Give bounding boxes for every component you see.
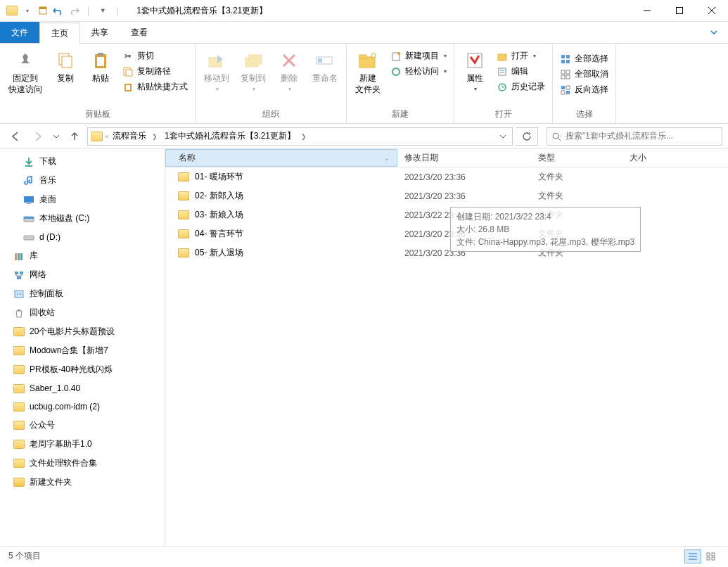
paste-shortcut-button[interactable]: 粘贴快捷方式 bbox=[120, 80, 191, 94]
select-none-button[interactable]: 全部取消 bbox=[557, 68, 611, 81]
ribbon-group-new: 新建 文件夹 新建项目▾ 轻松访问▾ 新建 bbox=[347, 44, 454, 123]
ribbon-expand-button[interactable] bbox=[700, 22, 728, 43]
tab-file[interactable]: 文件 bbox=[0, 22, 39, 43]
view-large-icons-button[interactable] bbox=[703, 549, 720, 563]
file-row[interactable]: 03- 新娘入场2021/3/22 23:41文件夹 bbox=[165, 205, 728, 224]
delete-icon bbox=[278, 49, 300, 72]
tree-item[interactable]: 桌面 bbox=[0, 190, 165, 209]
svg-rect-10 bbox=[98, 53, 103, 56]
svg-rect-38 bbox=[561, 70, 565, 74]
tree-item[interactable]: 新建文件夹 bbox=[0, 473, 165, 492]
tree-item[interactable]: 本地磁盘 (C:) bbox=[0, 209, 165, 228]
paste-button[interactable]: 粘贴 bbox=[84, 46, 117, 87]
new-folder-button[interactable]: 新建 文件夹 bbox=[351, 46, 385, 98]
nav-back-button[interactable] bbox=[6, 127, 25, 146]
file-type: 文件夹 bbox=[531, 209, 622, 221]
invert-selection-button[interactable]: 反向选择 bbox=[557, 83, 611, 96]
tree-item[interactable]: Saber_1.0.40 bbox=[0, 379, 165, 397]
svg-rect-67 bbox=[707, 553, 710, 556]
history-button[interactable]: 历史记录 bbox=[494, 80, 548, 94]
down-icon[interactable]: ▼ bbox=[96, 4, 109, 17]
file-type: 文件夹 bbox=[531, 171, 622, 183]
group-label-clipboard: 剪贴板 bbox=[4, 106, 191, 123]
svg-point-26 bbox=[397, 52, 400, 55]
tree-item[interactable]: 网络 bbox=[0, 265, 165, 284]
breadcrumb[interactable]: « 流程音乐❯ 1套中式婚礼流程音乐【3.21更新】❯ bbox=[87, 127, 513, 146]
breadcrumb-overflow[interactable]: « bbox=[105, 133, 108, 140]
tree-item-icon bbox=[13, 401, 25, 412]
easy-access-button[interactable]: 轻松访问▾ bbox=[388, 65, 449, 78]
nav-history-button[interactable] bbox=[51, 127, 62, 146]
tree-item-icon bbox=[13, 288, 25, 300]
properties-icon bbox=[464, 49, 486, 72]
qat-dropdown-icon[interactable]: ▾ bbox=[21, 4, 34, 17]
tree-item[interactable]: 公众号 bbox=[0, 416, 165, 435]
new-item-button[interactable]: 新建项目▾ bbox=[388, 49, 449, 63]
refresh-button[interactable] bbox=[516, 127, 538, 146]
copy-button[interactable]: 复制 bbox=[49, 46, 82, 87]
breadcrumb-seg-2[interactable]: 1套中式婚礼流程音乐【3.21更新】❯ bbox=[162, 130, 309, 142]
qat-properties-icon[interactable] bbox=[37, 4, 49, 17]
tab-view[interactable]: 查看 bbox=[120, 22, 159, 43]
nav-tree[interactable]: 下载音乐桌面本地磁盘 (C:)d (D:)库网络控制面板回收站20个电影片头标题… bbox=[0, 149, 165, 546]
svg-rect-68 bbox=[712, 553, 715, 556]
col-date[interactable]: 修改日期 bbox=[397, 149, 531, 167]
scissors-icon: ✂ bbox=[122, 51, 134, 62]
file-row[interactable]: 05- 新人退场2021/3/20 23:36文件夹 bbox=[165, 243, 728, 262]
col-size[interactable]: 大小 bbox=[622, 149, 679, 167]
tree-item[interactable]: 音乐 bbox=[0, 171, 165, 190]
ribbon-group-select: 全部选择 全部取消 反向选择 选择 bbox=[553, 44, 616, 123]
tree-item-label: 老周字幕助手1.0 bbox=[30, 438, 92, 450]
tree-item-icon bbox=[13, 345, 25, 357]
col-name[interactable]: 名称⌄ bbox=[165, 149, 397, 167]
tree-item[interactable]: 回收站 bbox=[0, 303, 165, 322]
properties-button[interactable]: 属性▾ bbox=[459, 46, 491, 95]
cut-button[interactable]: ✂剪切 bbox=[120, 49, 191, 63]
file-row[interactable]: 02- 新郎入场2021/3/20 23:36文件夹 bbox=[165, 186, 728, 205]
tree-item[interactable]: 文件处理软件合集 bbox=[0, 454, 165, 473]
tree-item[interactable]: 库 bbox=[0, 246, 165, 265]
view-details-button[interactable] bbox=[684, 549, 701, 563]
tab-home[interactable]: 主页 bbox=[39, 23, 80, 44]
breadcrumb-seg-1[interactable]: 流程音乐❯ bbox=[110, 130, 160, 142]
tree-item[interactable]: 20个电影片头标题预设 bbox=[0, 322, 165, 341]
nav-up-button[interactable] bbox=[65, 127, 84, 146]
qat-undo-icon[interactable] bbox=[52, 4, 65, 17]
nav-forward-button[interactable] bbox=[28, 127, 48, 146]
select-all-button[interactable]: 全部选择 bbox=[557, 52, 611, 65]
qat-redo-icon[interactable] bbox=[68, 4, 80, 17]
copy-to-button[interactable]: 复制到▾ bbox=[236, 46, 270, 95]
svg-rect-36 bbox=[561, 60, 565, 63]
delete-button[interactable]: 删除▾ bbox=[273, 46, 305, 95]
tree-item[interactable]: 控制面板 bbox=[0, 284, 165, 303]
maximize-button[interactable] bbox=[663, 0, 696, 22]
folder-icon bbox=[178, 248, 189, 257]
file-row[interactable]: 04- 誓言环节2021/3/20 23:36文件夹 bbox=[165, 224, 728, 243]
rename-button[interactable]: 重命名 bbox=[308, 46, 342, 87]
copy-path-button[interactable]: 复制路径 bbox=[120, 65, 191, 78]
tree-item[interactable]: d (D:) bbox=[0, 228, 165, 246]
easy-access-icon bbox=[390, 66, 402, 77]
tab-share[interactable]: 共享 bbox=[80, 22, 120, 43]
tree-item[interactable]: ucbug.com-idm (2) bbox=[0, 397, 165, 416]
open-button[interactable]: 打开▾ bbox=[494, 49, 548, 63]
tree-item[interactable]: 下载 bbox=[0, 152, 165, 171]
col-type[interactable]: 类型 bbox=[531, 149, 622, 167]
tree-item[interactable]: Modown合集【新增7 bbox=[0, 341, 165, 360]
move-to-button[interactable]: 移动到▾ bbox=[200, 46, 234, 95]
edit-button[interactable]: 编辑 bbox=[494, 65, 548, 78]
minimize-button[interactable] bbox=[631, 0, 663, 22]
file-row[interactable]: 01- 暖场环节2021/3/20 23:36文件夹 bbox=[165, 167, 728, 186]
history-icon bbox=[497, 82, 508, 93]
breadcrumb-dropdown-button[interactable] bbox=[499, 133, 506, 140]
svg-rect-50 bbox=[27, 203, 31, 204]
search-input[interactable]: 搜索"1套中式婚礼流程音乐... bbox=[547, 127, 722, 146]
tree-item[interactable]: 老周字幕助手1.0 bbox=[0, 435, 165, 454]
column-headers: 名称⌄ 修改日期 类型 大小 bbox=[165, 149, 728, 167]
tree-item[interactable]: PR模板-40种光线闪烁 bbox=[0, 360, 165, 379]
tree-item-label: 文件处理软件合集 bbox=[30, 457, 97, 469]
close-button[interactable] bbox=[696, 0, 728, 22]
title-separator: | bbox=[87, 6, 89, 15]
pin-to-quick-access-button[interactable]: 固定到 快速访问 bbox=[4, 46, 46, 98]
tree-item-label: ucbug.com-idm (2) bbox=[30, 402, 100, 412]
